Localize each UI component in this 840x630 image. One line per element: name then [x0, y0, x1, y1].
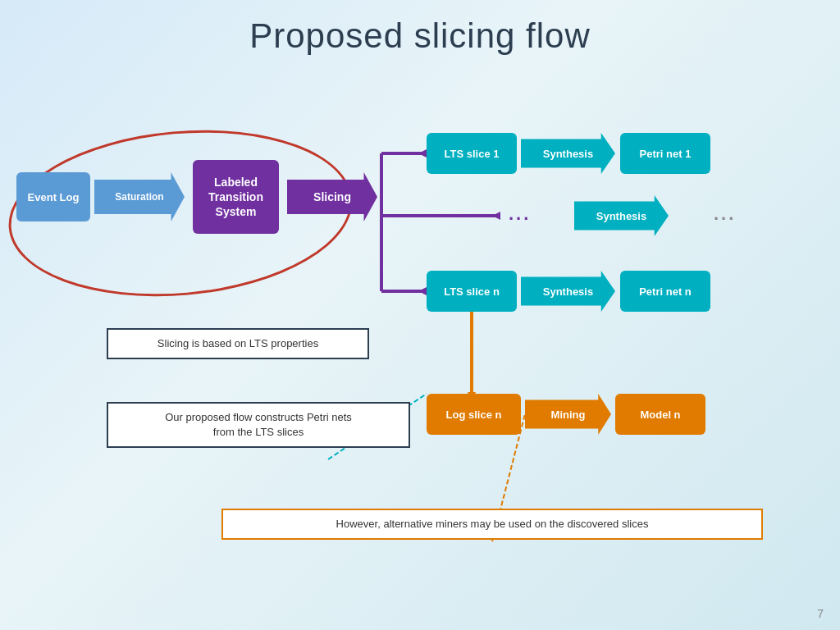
petri-net-n-box: Petri net n: [620, 271, 710, 312]
synthesis-1-arrow: Synthesis: [521, 133, 615, 174]
slicing-arrow: Slicing: [287, 172, 377, 221]
synthesis-n-arrow: Synthesis: [521, 271, 615, 312]
svg-marker-6: [492, 212, 500, 220]
gray-dots: ...: [714, 203, 736, 225]
svg-marker-4: [418, 149, 427, 158]
page-title: Proposed slicing flow: [33, 16, 807, 56]
synthesis-mid-arrow: Synthesis: [574, 195, 669, 236]
mining-arrow: Mining: [525, 394, 611, 435]
svg-marker-5: [418, 287, 427, 295]
lts-slice-n-box: LTS slice n: [427, 271, 517, 312]
purple-dots: ...: [509, 203, 531, 225]
lts-slice-1-box: LTS slice 1: [427, 133, 517, 174]
lts-box: Labeled Transition System: [193, 160, 279, 234]
petri-net-1-box: Petri net 1: [620, 133, 710, 174]
model-n-box: Model n: [615, 394, 705, 435]
event-log-box: Event Log: [16, 172, 90, 221]
slide: Proposed slicing flow Event Log Saturati…: [0, 0, 840, 630]
saturation-arrow: Saturation: [94, 172, 185, 221]
page-number: 7: [817, 607, 824, 620]
proposed-flow-callout: Our proposed flow constructs Petri nets …: [107, 402, 410, 448]
flow-area: Event Log Saturation Labeled Transition …: [0, 82, 840, 630]
alternative-callout: However, alternative miners may be used …: [221, 509, 763, 540]
log-slice-n-box: Log slice n: [427, 394, 521, 435]
slicing-callout: Slicing is based on LTS properties: [107, 328, 369, 359]
